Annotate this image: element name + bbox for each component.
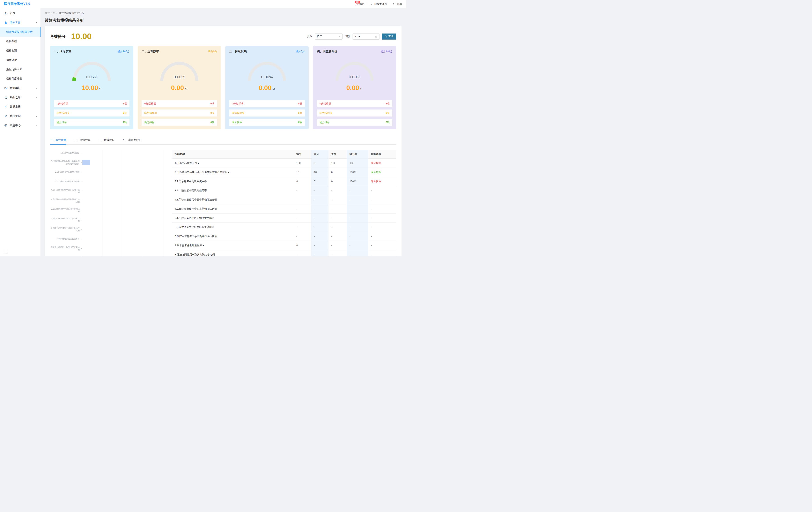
indicator-row-value: 0项 — [298, 121, 302, 124]
table-cell-1: - — [294, 250, 311, 256]
table-row: 3.1.门诊患者中药饮片使用率000100%零分指标 — [172, 177, 396, 186]
card-indicator-row: 弱势指标项0项 — [54, 110, 129, 116]
collapse-sidebar-icon[interactable] — [4, 250, 8, 254]
table-cell-4: - — [347, 204, 368, 213]
sidebar-subitem-0[interactable]: 绩效考核模拟结果分析 — [0, 27, 40, 37]
card-score-value: 0.00 — [171, 84, 184, 91]
sidebar-item-system[interactable]: 系统管理 — [0, 111, 40, 121]
indicator-table: 指标名称满分得分失分得分率指标趋势1.门诊中药处方比例▲10001000%零分指… — [172, 150, 396, 256]
chart-category-label: 7.手术患者并发症发生率▲ — [50, 238, 80, 240]
table-cell-2: 0 — [311, 159, 328, 168]
table-cell-1: - — [294, 232, 311, 241]
header-divider — [389, 3, 390, 5]
sidebar-subitem-2[interactable]: 指标监测 — [0, 46, 40, 55]
indicator-row-label: 0分指标项 — [232, 102, 243, 105]
app-root: 医疗国考系统V3.0 99+ 消息 超级管理员 退出 首页绩效工作绩效考核模拟结… — [0, 0, 406, 256]
chart-tick — [81, 248, 82, 249]
search-button[interactable]: 查询 — [382, 33, 396, 39]
indicator-row-label: 满分指标 — [232, 121, 242, 124]
chart-tick — [81, 201, 82, 201]
table-cell-4: - — [347, 250, 368, 256]
user-name-label: 超级管理员 — [374, 2, 387, 6]
table-row: 1.门诊中药处方比例▲10001000%零分指标 — [172, 159, 396, 168]
tab-sustainable-development[interactable]: 三、持续发展 — [98, 138, 115, 145]
card-score-value: 10.00 — [82, 84, 98, 91]
card-title: 一、医疗质量 — [54, 50, 71, 53]
indicator-row-label: 弱势指标项 — [320, 111, 332, 115]
tab-medical-quality[interactable]: 一、医疗质量 — [50, 138, 66, 145]
type-select-value: 按年 — [317, 35, 322, 38]
chart-gridline — [102, 150, 103, 256]
sidebar-item-message-center[interactable]: 消息中心 — [0, 121, 40, 130]
table-cell-5: 零分指标 — [368, 177, 396, 186]
score-label: 考核得分 — [50, 34, 66, 39]
table-cell-0: 1.门诊中药处方比例▲ — [172, 159, 294, 168]
sidebar-subitem-4[interactable]: 指标定性设置 — [0, 65, 40, 74]
table-cell-5: 满分指标 — [368, 168, 396, 177]
logout-button[interactable]: 退出 — [393, 2, 402, 6]
card-indicator-rows: 0分指标项0项弱势指标项0项满分指标0项 — [142, 98, 217, 126]
message-bubble-wrap: 99+ — [355, 2, 358, 6]
table-cell-2: - — [311, 232, 328, 241]
table-cell-3: 100 — [328, 159, 347, 168]
table-cell-2: - — [311, 250, 328, 256]
table-cell-1: - — [294, 186, 311, 195]
table-row: 4.2.出院患者使用中医非药物疗法比例----- — [172, 204, 396, 213]
card-indicator-row: 弱势指标项0项 — [317, 110, 393, 116]
table-cell-3: - — [328, 250, 347, 256]
table-cell-5: - — [368, 195, 396, 204]
table-cell-5: - — [368, 241, 396, 250]
table-cell-4: 0% — [347, 159, 368, 168]
chevron-down-icon — [35, 115, 38, 117]
card-score: 0.00分 — [229, 84, 305, 91]
card-head: 二、运营效率满分0分 — [142, 50, 217, 53]
table-header-2: 得分 — [311, 150, 328, 159]
indicator-row-value: 0项 — [123, 111, 127, 115]
table-cell-0: 3.2.出院患者中药饮片使用率 — [172, 186, 294, 195]
tab-operational-efficiency[interactable]: 二、运营效率 — [74, 138, 91, 145]
table-row: 2.门诊散装中药饮片和小包装中药饮片处方比例▲10100100%满分指标 — [172, 168, 396, 177]
breadcrumb-parent[interactable]: 绩效工作 — [45, 11, 55, 15]
table-cell-5: - — [368, 232, 396, 241]
sidebar-item-data-fill[interactable]: 数据填报 — [0, 83, 40, 93]
card-indicator-row: 弱势指标项0项 — [142, 110, 217, 116]
sidebar-item-performance[interactable]: 绩效工作 — [0, 18, 40, 27]
table-cell-0: 4.1.门诊患者使用中医非药物疗法比例 — [172, 195, 294, 204]
table-cell-3: - — [328, 204, 347, 213]
table-cell-5: - — [368, 213, 396, 223]
card-indicator-row: 0分指标项0项 — [229, 100, 305, 107]
indicator-row-label: 0分指标项 — [57, 102, 68, 105]
sidebar-item-home[interactable]: 首页 — [0, 8, 40, 18]
card-head: 三、持续发展满分0分 — [229, 50, 305, 53]
sidebar-subitem-3[interactable]: 指标分析 — [0, 55, 40, 65]
type-filter-label: 类型: — [307, 35, 313, 38]
card-score-unit: 分 — [185, 87, 188, 91]
chart-category-label: 4.1.门诊患者使用中医非药物疗法比例 — [50, 189, 80, 194]
card-indicator-row: 0分指标项0项 — [142, 100, 217, 107]
sidebar-subitem-1[interactable]: 模拟考核 — [0, 37, 40, 46]
card-head: 四、满意度评价满分140分 — [317, 50, 393, 53]
sidebar-subitem-5[interactable]: 指标月度报表 — [0, 74, 40, 83]
messages-button[interactable]: 99+ 消息 — [355, 2, 364, 6]
table-cell-5: - — [368, 186, 396, 195]
sidebar-item-data-report[interactable]: 数据上报 — [0, 102, 40, 111]
table-cell-5: - — [368, 204, 396, 213]
table-cell-3: - — [328, 232, 347, 241]
notification-badge: 99+ — [355, 1, 360, 4]
top-header: 医疗国考系统V3.0 99+ 消息 超级管理员 退出 — [0, 0, 406, 8]
sidebar-footer — [0, 248, 40, 256]
score-gauge: 6.06% — [70, 61, 113, 82]
table-cell-4: 100% — [347, 168, 368, 177]
chart-category-label: 5.1.出院患者的中医药治疗费用比例 — [50, 208, 80, 213]
tab-satisfaction-evaluation[interactable]: 四、满意度评价 — [122, 138, 142, 145]
date-input[interactable]: 2023 — [352, 33, 380, 39]
table-cell-0: 3.1.门诊患者中药饮片使用率 — [172, 177, 294, 186]
chevron-down-icon — [338, 35, 340, 37]
user-menu[interactable]: 超级管理员 — [370, 2, 387, 6]
home-icon — [4, 12, 7, 15]
type-select[interactable]: 按年 — [315, 33, 343, 39]
indicator-row-label: 满分指标 — [144, 121, 154, 124]
date-input-value: 2023 — [354, 35, 360, 38]
sidebar-item-data-warehouse[interactable]: 数据仓库 — [0, 93, 40, 102]
card-score-unit: 分 — [99, 87, 102, 91]
